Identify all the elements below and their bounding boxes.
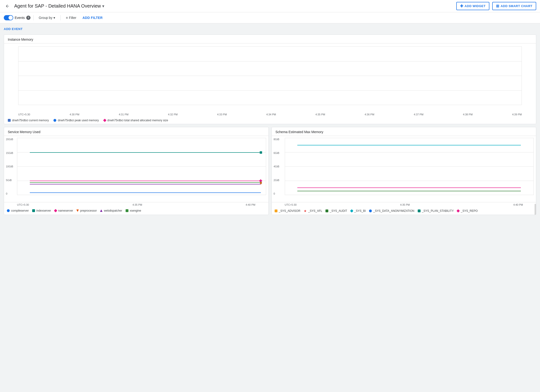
header-actions: ✚ ADD WIDGET ⊞ ADD SMART CHART	[456, 2, 536, 10]
legend-compileserver: compileserver	[7, 209, 29, 212]
events-info-icon[interactable]: ?	[26, 16, 30, 20]
legend-xsengine: xsengine	[126, 209, 141, 212]
service-memory-legend: compileserver indexserver nameserver pre…	[4, 207, 269, 214]
sys-audit-line	[297, 191, 521, 191]
add-event-button[interactable]: ADD EVENT	[4, 26, 23, 32]
service-memory-y-axis: 20GiB 15GiB 10GiB 5GiB 0	[6, 138, 13, 195]
events-toggle[interactable]	[4, 15, 13, 20]
legend-item-current: dnwh75rdbci current memory	[8, 119, 49, 122]
toolbar-divider-2	[60, 15, 60, 20]
legend-webdispatcher: webdispatcher	[100, 209, 122, 212]
legend-color-current	[8, 119, 11, 122]
instance-memory-card: Instance Memory UTC+5:30 4:30 PM 4:31 PM…	[4, 35, 536, 124]
schema-chart-border	[285, 138, 534, 195]
legend-color-peak	[54, 119, 56, 122]
filter-button[interactable]: ≡ Filter	[63, 15, 79, 21]
add-smart-chart-icon: ⊞	[496, 4, 499, 8]
schema-memory-legend: _SYS_ADVISOR ★ _SYS_AFL _SYS_AUDIT _SYS_…	[272, 207, 536, 215]
legend-color-shared	[103, 119, 106, 122]
add-widget-button[interactable]: ✚ ADD WIDGET	[456, 2, 489, 10]
webdispatcher-line	[30, 182, 261, 183]
preprocessor-icon	[76, 209, 79, 212]
grid-line-3	[18, 90, 522, 90]
add-smart-chart-button[interactable]: ⊞ ADD SMART CHART	[492, 2, 536, 10]
add-filter-button[interactable]: ADD FILTER	[81, 15, 105, 21]
service-chart-border	[17, 138, 266, 195]
schema-memory-y-axis: 8GiB 6GiB 4GiB 2GiB 0	[274, 138, 279, 195]
legend-sys-data-anon: _SYS_DATA_ANONYMIZATION	[369, 209, 414, 213]
group-by-chevron-icon: ▾	[54, 16, 55, 20]
legend-indexserver: indexserver	[32, 209, 51, 212]
content: ADD EVENT Instance Memory UTC+5:30 4:30 …	[0, 23, 540, 218]
sys-bi-line	[297, 145, 521, 145]
indexserver-line	[30, 152, 261, 153]
grid-line-1	[18, 61, 522, 61]
legend-preprocessor: preprocessor	[76, 209, 97, 212]
service-memory-title: Service Memory Used	[4, 127, 269, 136]
schema-memory-title: Schema Estimated Max Memory	[272, 127, 536, 136]
preprocessor-marker	[260, 182, 262, 185]
legend-nameserver: nameserver	[54, 209, 73, 212]
title-dropdown-icon[interactable]: ▾	[102, 4, 104, 9]
service-time-axis: UTC+5:30 4:35 PM 4:40 PM	[4, 202, 269, 207]
toolbar: Events ? Group by ▾ ≡ Filter ADD FILTER	[0, 12, 540, 23]
add-widget-icon: ✚	[460, 4, 463, 8]
compileserver-line	[30, 193, 261, 193]
service-memory-chart-area: 20GiB 15GiB 10GiB 5GiB 0	[4, 136, 269, 202]
legend-sys-plan: _SYS_PLAN_STABILITY	[418, 209, 454, 213]
nameserver-line	[30, 181, 261, 181]
schema-memory-card: Schema Estimated Max Memory 8GiB 6GiB 4G…	[271, 127, 536, 215]
legend-sys-advisor: _SYS_ADVISOR	[275, 209, 300, 213]
events-toggle-wrap: Events ?	[4, 15, 30, 20]
page-title: Agent for SAP - Detailed HANA Overview ▾	[14, 3, 104, 9]
service-memory-card: Service Memory Used 20GiB 15GiB 10GiB 5G…	[4, 127, 269, 215]
preprocessor-line	[30, 184, 261, 184]
instance-memory-legend: dnwh75rdbci current memory dnwh75rdbci p…	[4, 117, 536, 124]
group-by-button[interactable]: Group by ▾	[36, 15, 58, 21]
instance-memory-time-axis: UTC+5:30 4:30 PM 4:31 PM 4:32 PM 4:33 PM…	[4, 112, 536, 117]
legend-item-peak: dnwh75rdbci peak used memory	[54, 119, 99, 122]
sys-afl-star-icon: ★	[304, 209, 307, 213]
legend-sys-audit: _SYS_AUDIT	[325, 209, 347, 213]
grid-line-2	[18, 76, 522, 76]
indexserver-marker	[260, 151, 262, 154]
toolbar-divider	[33, 15, 34, 20]
sys-plan-line	[297, 188, 521, 188]
schema-memory-chart-area: 8GiB 6GiB 4GiB 2GiB 0	[272, 136, 536, 202]
legend-sys-repo: _SYS_REPO	[457, 209, 478, 213]
back-button[interactable]	[4, 2, 11, 10]
header: Agent for SAP - Detailed HANA Overview ▾…	[0, 0, 540, 12]
instance-memory-title: Instance Memory	[4, 35, 536, 44]
filter-icon: ≡	[66, 16, 68, 20]
events-label: Events	[15, 16, 25, 20]
legend-sys-bi: _SYS_BI	[350, 209, 366, 213]
instance-memory-chart-area	[4, 44, 536, 112]
webdispatcher-icon	[100, 209, 102, 212]
legend-sys-afl: ★ _SYS_AFL	[304, 209, 322, 213]
legend-item-shared: dnwh75rdbci total shared allocated memor…	[104, 119, 168, 122]
chart-border	[18, 46, 522, 105]
scrollbar[interactable]	[535, 204, 536, 215]
toggle-knob	[9, 16, 13, 20]
schema-time-axis: UTC+5:30 4:35 PM 4:40 PM	[272, 202, 536, 207]
charts-row: Service Memory Used 20GiB 15GiB 10GiB 5G…	[4, 127, 536, 215]
